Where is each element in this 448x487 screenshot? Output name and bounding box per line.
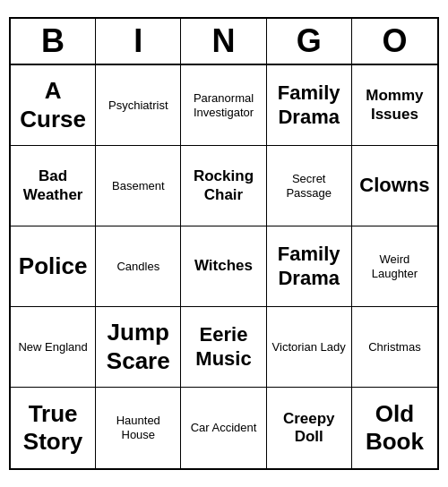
bingo-card: BINGO A CursePsychiatristParanormal Inve… [9, 17, 439, 470]
header-letter-i: I [96, 19, 181, 64]
bingo-cell-text-14: Weird Laughter [356, 252, 434, 280]
bingo-header: BINGO [11, 19, 437, 65]
bingo-cell-8[interactable]: Secret Passage [267, 146, 352, 226]
bingo-cell-2[interactable]: Paranormal Investigator [181, 65, 266, 146]
bingo-cell-text-0: A Curse [14, 77, 91, 132]
bingo-cell-9[interactable]: Clowns [352, 146, 437, 226]
bingo-cell-text-24: Old Book [356, 400, 434, 456]
bingo-cell-text-11: Candles [116, 260, 159, 274]
bingo-cell-text-22: Car Accident [191, 421, 257, 435]
bingo-cell-24[interactable]: Old Book [352, 388, 437, 468]
bingo-cell-12[interactable]: Witches [181, 226, 266, 307]
bingo-cell-23[interactable]: Creepy Doll [267, 388, 352, 468]
bingo-grid: A CursePsychiatristParanormal Investigat… [11, 65, 437, 468]
bingo-cell-20[interactable]: True Story [11, 388, 96, 468]
bingo-cell-4[interactable]: Mommy Issues [352, 65, 437, 146]
bingo-cell-14[interactable]: Weird Laughter [352, 226, 437, 307]
bingo-cell-text-3: Family Drama [271, 81, 348, 129]
bingo-cell-3[interactable]: Family Drama [267, 65, 352, 146]
bingo-cell-19[interactable]: Christmas [352, 307, 437, 388]
bingo-cell-16[interactable]: Jump Scare [96, 307, 181, 388]
bingo-cell-text-15: New England [18, 340, 87, 355]
header-letter-b: B [11, 19, 96, 64]
bingo-cell-text-10: Police [19, 252, 88, 280]
bingo-cell-text-9: Clowns [359, 174, 429, 197]
bingo-cell-5[interactable]: Bad Weather [11, 146, 96, 226]
header-letter-n: N [181, 19, 266, 64]
bingo-cell-text-13: Family Drama [271, 243, 348, 290]
bingo-cell-text-6: Basement [112, 179, 165, 193]
bingo-cell-11[interactable]: Candles [96, 226, 181, 307]
bingo-cell-text-7: Rocking Chair [185, 167, 262, 204]
bingo-cell-text-8: Secret Passage [271, 172, 348, 200]
header-letter-o: O [352, 19, 437, 64]
bingo-cell-text-5: Bad Weather [14, 167, 91, 204]
bingo-cell-text-17: Eerie Music [185, 323, 262, 371]
bingo-cell-text-2: Paranormal Investigator [185, 91, 262, 119]
bingo-cell-text-12: Witches [194, 257, 253, 275]
bingo-cell-text-19: Christmas [368, 340, 421, 355]
bingo-cell-text-4: Mommy Issues [356, 87, 434, 124]
bingo-cell-22[interactable]: Car Accident [181, 388, 266, 468]
bingo-cell-18[interactable]: Victorian Lady [267, 307, 352, 388]
bingo-cell-15[interactable]: New England [11, 307, 96, 388]
bingo-cell-text-16: Jump Scare [99, 319, 177, 374]
bingo-cell-10[interactable]: Police [11, 226, 96, 307]
bingo-cell-1[interactable]: Psychiatrist [96, 65, 181, 146]
bingo-cell-text-23: Creepy Doll [271, 410, 348, 447]
bingo-cell-17[interactable]: Eerie Music [181, 307, 266, 388]
bingo-cell-21[interactable]: Haunted House [96, 388, 181, 468]
bingo-cell-6[interactable]: Basement [96, 146, 181, 226]
bingo-cell-text-21: Haunted House [99, 414, 177, 441]
bingo-cell-13[interactable]: Family Drama [267, 226, 352, 307]
header-letter-g: G [267, 19, 352, 64]
bingo-cell-text-20: True Story [14, 400, 91, 456]
bingo-cell-0[interactable]: A Curse [11, 65, 96, 146]
bingo-cell-text-1: Psychiatrist [108, 98, 168, 113]
bingo-cell-7[interactable]: Rocking Chair [181, 146, 266, 226]
bingo-cell-text-18: Victorian Lady [272, 340, 346, 355]
